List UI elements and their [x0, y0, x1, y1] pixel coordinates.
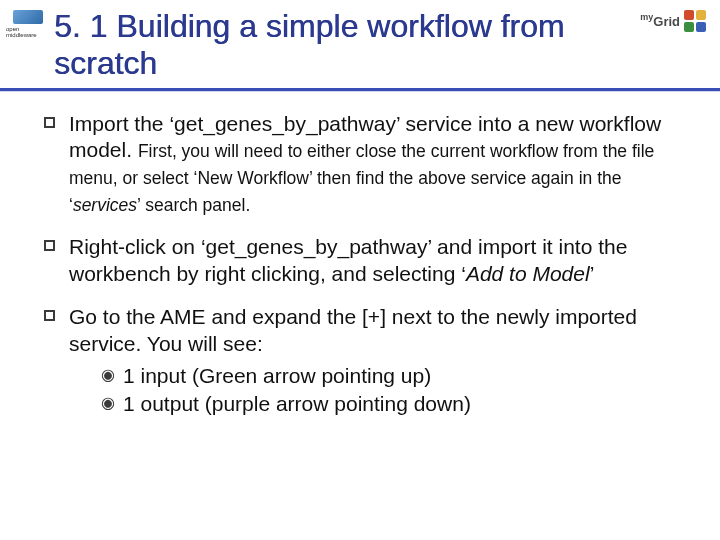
sub-bullet-text: 1 input (Green arrow pointing up): [123, 362, 431, 390]
mygrid-icon: [684, 10, 706, 32]
bullet-item: Import the ‘get_genes_by_pathway’ servic…: [44, 111, 684, 219]
square-bullet-icon: [44, 310, 55, 321]
sub-bullet-item: ◉ 1 input (Green arrow pointing up): [101, 362, 684, 390]
sub-bullet-text: 1 output (purple arrow pointing down): [123, 390, 471, 418]
slide-title: 5. 1 Building a simple workflow from scr…: [50, 8, 640, 82]
sub-bullet-list: ◉ 1 input (Green arrow pointing up) ◉ 1 …: [69, 362, 684, 419]
bullet-item: Right-click on ‘get_genes_by_pathway’ an…: [44, 234, 684, 288]
bullet-text: Right-click on ‘get_genes_by_pathway’ an…: [69, 234, 684, 288]
mygrid-main: Grid: [653, 14, 680, 29]
circle-dot-icon: ◉: [101, 362, 115, 388]
bullet-text: Import the ‘get_genes_by_pathway’ servic…: [69, 111, 684, 219]
mygrid-brand: myGrid: [640, 8, 706, 32]
slide-body: Import the ‘get_genes_by_pathway’ servic…: [0, 91, 720, 419]
circle-dot-icon: ◉: [101, 390, 115, 416]
omii-logo-caption: open middleware: [6, 26, 50, 38]
bullet-item: Go to the AME and expand the [+] next to…: [44, 304, 684, 418]
omii-logo: open middleware: [6, 8, 50, 38]
bullet-detail: First, you will need to either close the…: [69, 141, 654, 215]
sub-bullet-item: ◉ 1 output (purple arrow pointing down): [101, 390, 684, 418]
mygrid-text: myGrid: [640, 12, 680, 30]
bullet-lead: Go to the AME and expand the [+] next to…: [69, 305, 637, 355]
square-bullet-icon: [44, 240, 55, 251]
slide-header: open middleware 5. 1 Building a simple w…: [0, 0, 720, 82]
square-bullet-icon: [44, 117, 55, 128]
omii-logo-mark: [13, 10, 43, 24]
mygrid-prefix: my: [640, 12, 653, 22]
bullet-text: Go to the AME and expand the [+] next to…: [69, 304, 684, 418]
